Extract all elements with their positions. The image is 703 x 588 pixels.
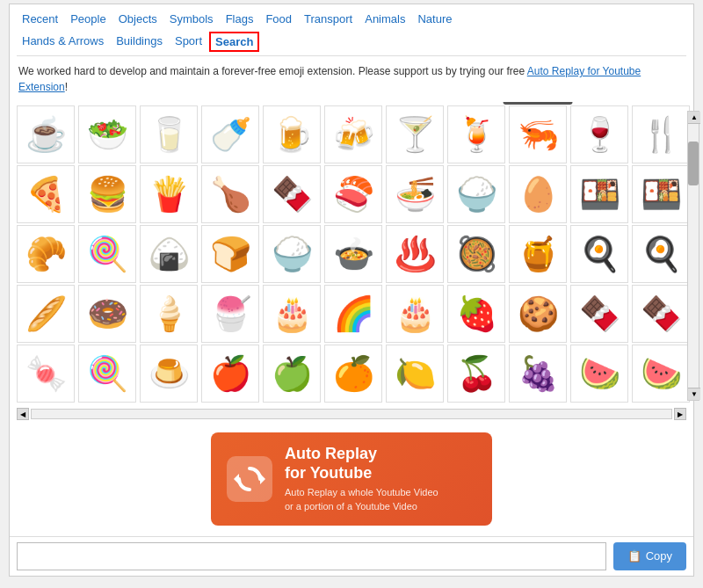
nav-buildings[interactable]: Buildings [111,32,168,52]
emoji-cell[interactable]: 🍋 [386,345,444,403]
copy-icon: 📋 [627,549,641,563]
emoji-cell[interactable]: 🍼 [201,105,259,163]
emoji-cell[interactable]: 🥖 [17,285,75,343]
emoji-cell[interactable]: 🍒 [447,345,505,403]
emoji-cell[interactable]: 🎂 [263,285,321,343]
emoji-cell[interactable]: 🍙 [140,225,198,283]
copy-label: Copy [646,549,672,563]
emoji-cell[interactable]: 🍺 [263,105,321,163]
emoji-cell[interactable]: 🍎 [201,345,259,403]
emoji-cell[interactable]: 🍔 [78,165,136,223]
nav-people[interactable]: People [65,10,111,28]
promo-icon [227,456,272,502]
nav-search[interactable]: Search [209,32,259,52]
emoji-cell[interactable]: 🍚 [263,225,321,283]
emoji-cell[interactable]: 🍫 [263,165,321,223]
emoji-cell[interactable]: 🍗 [201,165,259,223]
promo-title: Auto Replayfor Youtube [285,445,438,483]
emoji-search-input[interactable] [17,542,606,570]
emoji-cell[interactable]: 🍓 [447,285,505,343]
info-text2: ! [65,81,68,93]
info-text1: We worked hard to develop and maintain a… [18,65,527,77]
vertical-scrollbar[interactable]: ▲ ▼ [687,111,699,401]
emoji-cell[interactable]: 🍏 [263,345,321,403]
emoji-cell[interactable]: 🍣 [324,165,382,223]
emoji-cell[interactable]: 🍬 [17,345,75,403]
emoji-cell[interactable]: 🍩 [78,285,136,343]
scroll-left-arrow[interactable]: ◀ [17,408,29,420]
emoji-cell[interactable]: 🍳 [570,225,628,283]
nav-transport[interactable]: Transport [299,10,358,28]
emoji-cell[interactable]: 🍯 [509,225,567,283]
emoji-cell[interactable]: ♨️ [386,225,444,283]
horiz-scrollbar: ◀ ▶ [17,408,686,420]
nav-flags[interactable]: Flags [221,10,259,28]
emoji-cell[interactable]: 🍭 [78,225,136,283]
emoji-cell[interactable]: 🍲 [324,225,382,283]
info-text: We worked hard to develop and maintain a… [10,56,693,102]
emoji-cell[interactable]: 🍫 [632,285,690,343]
svg-marker-1 [234,474,239,484]
nav-animals[interactable]: Animals [359,10,410,28]
emoji-cell[interactable]: 🍹 [447,105,505,163]
emoji-cell[interactable]: 🍟 [140,165,198,223]
emoji-cell[interactable]: 🥘 [447,225,505,283]
emoji-cell[interactable]: 🍚 [447,165,505,223]
emoji-cell[interactable]: 🍴 [632,105,690,163]
promo-text: Auto Replayfor Youtube Auto Replay a who… [285,445,438,513]
emoji-cell[interactable]: 🍸 [386,105,444,163]
scroll-thumb[interactable] [688,142,699,185]
svg-marker-0 [260,474,265,484]
promo-banner[interactable]: Auto Replayfor Youtube Auto Replay a who… [211,432,492,526]
emoji-cell[interactable]: 🍱 [570,165,628,223]
emoji-cell[interactable]: 🍫 [570,285,628,343]
emoji-cell[interactable]: 🍊 [324,345,382,403]
emoji-cell[interactable]: 🌈 [324,285,382,343]
nav-objects[interactable]: Objects [113,10,163,28]
emoji-cell[interactable]: 🎂 [386,285,444,343]
bottom-bar: 📋 Copy [10,536,693,576]
copy-button[interactable]: 📋 Copy [613,542,686,570]
emoji-cell[interactable]: 🥛 [140,105,198,163]
emoji-cell[interactable]: 🍉 [570,345,628,403]
emoji-cell[interactable]: 🍷 [570,105,628,163]
emoji-cell[interactable]: 🍻 [324,105,382,163]
emoji-cell[interactable]: ☕ [17,105,75,163]
nav-food[interactable]: Food [260,10,297,28]
nav-nature[interactable]: Nature [412,10,457,28]
nav-symbols[interactable]: Symbols [164,10,219,28]
emoji-cell[interactable]: 🍇 [509,345,567,403]
nav-row1: Recent People Objects Symbols Flags Food… [10,4,693,30]
emoji-cell[interactable]: 🥐 [17,225,75,283]
emoji-cell[interactable]: 🍉 [632,345,690,403]
emoji-cell[interactable]: 🍱 [632,165,690,223]
horiz-scrollbar-track[interactable] [31,409,672,419]
nav-recent[interactable]: Recent [17,10,63,28]
emoji-cell[interactable]: 🍜 [386,165,444,223]
scroll-right-arrow[interactable]: ▶ [674,408,686,420]
emoji-cell[interactable]: 🦐Fried Shrimp [509,105,567,163]
emoji-cell[interactable]: 🍞 [201,225,259,283]
scroll-down-arrow[interactable]: ▼ [688,388,700,400]
emoji-cell[interactable]: 🥗 [78,105,136,163]
nav-hands-arrows[interactable]: Hands & Arrows [17,32,109,52]
nav-sport[interactable]: Sport [170,32,207,52]
emoji-cell[interactable]: 🍮 [140,345,198,403]
emoji-grid-container: ☕🥗🥛🍼🍺🍻🍸🍹🦐Fried Shrimp🍷🍴🍕🍔🍟🍗🍫🍣🍜🍚🥚🍱🍱🥐🍭🍙🍞🍚🍲… [10,102,693,406]
emoji-cell[interactable]: 🍭 [78,345,136,403]
scroll-up-arrow[interactable]: ▲ [688,112,700,124]
promo-subtitle: Auto Replay a whole Youtube Videoor a po… [285,486,438,513]
emoji-cell[interactable]: 🥚 [509,165,567,223]
emoji-cell[interactable]: 🍕 [17,165,75,223]
emoji-cell[interactable]: 🍦 [140,285,198,343]
emoji-tooltip: Fried Shrimp [504,102,573,105]
emoji-grid: ☕🥗🥛🍼🍺🍻🍸🍹🦐Fried Shrimp🍷🍴🍕🍔🍟🍗🍫🍣🍜🍚🥚🍱🍱🥐🍭🍙🍞🍚🍲… [17,105,686,403]
emoji-cell[interactable]: 🍳 [632,225,690,283]
emoji-cell[interactable]: 🍪 [509,285,567,343]
nav-row2: Hands & Arrows Buildings Sport Search [10,30,693,55]
emoji-cell[interactable]: 🍧 [201,285,259,343]
